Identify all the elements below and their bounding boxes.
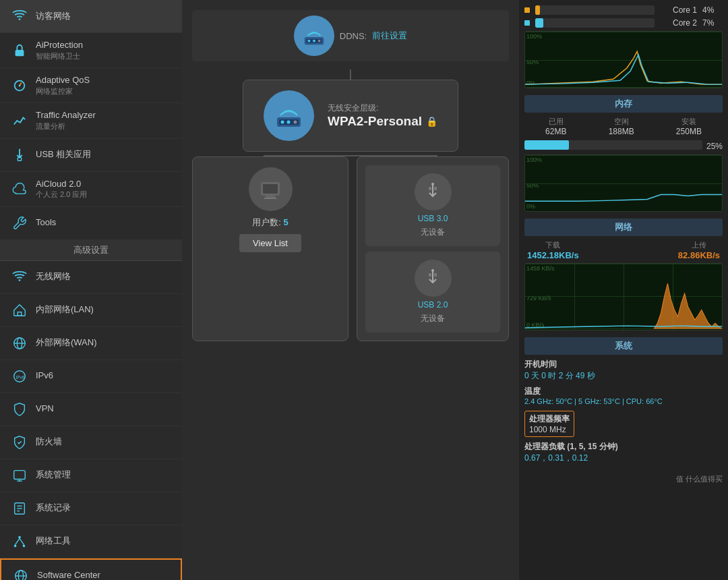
cpu-freq-label: 处理器频率 xyxy=(529,413,570,425)
sidebar-item-adaptive-qos[interactable]: Adaptive QoS 网络监控家 xyxy=(0,68,182,103)
uptime-value: 0 天 0 时 2 分 49 秒 xyxy=(524,370,723,382)
sidebar-label-ai-protection: AiProtection 智能网络卫士 xyxy=(36,40,83,61)
cpu-graph-svg xyxy=(525,32,722,88)
temp-value: 2.4 GHz: 50°C | 5 GHz: 53°C | CPU: 66°C xyxy=(524,397,723,405)
mem-bar-bg xyxy=(524,140,702,150)
core2-bar-fill xyxy=(535,18,543,28)
core1-row: Core 1 4% xyxy=(524,5,723,15)
core1-indicator xyxy=(524,7,530,13)
mem-bar-fill xyxy=(524,140,569,150)
svg-point-30 xyxy=(317,40,320,42)
watermark: 值 什么值得买 xyxy=(524,471,723,484)
sidebar-item-guest-network[interactable]: 访客网络 xyxy=(0,0,182,33)
ddns-link[interactable]: 前往设置 xyxy=(372,30,407,42)
svg-point-40 xyxy=(431,183,434,185)
shield-icon xyxy=(10,433,29,452)
mem-used-value: 62MB xyxy=(545,127,566,136)
svg-point-4 xyxy=(19,279,21,281)
sidebar-item-software-center[interactable]: Software Center xyxy=(0,558,182,580)
memory-section: 内存 已用 62MB 空闲 188MB 安装 250MB 25% 100% 5 xyxy=(524,95,723,212)
sidebar: 访客网络 AiProtection 智能网络卫士 Adaptive QoS 网络… xyxy=(0,0,182,580)
sidebar-item-usb-apps[interactable]: USB 相关应用 xyxy=(0,139,182,172)
core2-bar-bg xyxy=(535,18,655,28)
network-section-header: 网络 xyxy=(524,219,723,236)
cpu-freq-value: 1000 MHz xyxy=(529,425,570,434)
cpu-section: Core 1 4% Core 2 7% 100% 50% 0% xyxy=(524,5,723,88)
sidebar-item-aicloud[interactable]: AiCloud 2.0 个人云 2.0 应用 xyxy=(0,172,182,207)
sidebar-item-sysadmin[interactable]: 系统管理 xyxy=(0,459,182,492)
sidebar-label-vpn: VPN xyxy=(36,403,54,415)
sidebar-item-firewall[interactable]: 防火墙 xyxy=(0,426,182,459)
mem-installed-value: 250MB xyxy=(676,127,702,136)
usb20-status: 无设备 xyxy=(421,313,445,324)
cloud-icon xyxy=(10,179,29,198)
sidebar-item-vpn[interactable]: VPN xyxy=(0,393,182,426)
sidebar-item-wan[interactable]: 外部网络(WAN) xyxy=(0,327,182,360)
svg-point-23 xyxy=(16,571,27,581)
sidebar-item-wireless[interactable]: 无线网络 xyxy=(0,261,182,294)
sidebar-label-traffic-analyzer: Traffic Analyzer 流量分析 xyxy=(36,110,96,131)
uptime-label: 开机时间 xyxy=(524,359,723,370)
home-icon xyxy=(10,301,29,320)
core1-bar-bg xyxy=(535,5,655,15)
mem-installed-label: 安装 xyxy=(676,117,702,127)
wifi-icon xyxy=(10,7,29,26)
sidebar-item-nettools[interactable]: 网络工具 xyxy=(0,525,182,558)
network-section: 网络 下载 1452.18KB/s 上传 82.86KB/s 1458 KB/s… xyxy=(524,219,723,330)
svg-rect-1 xyxy=(16,50,24,56)
mem-used: 已用 62MB xyxy=(545,117,566,136)
cpu-load-row: 处理器负载 (1, 5, 15 分钟) 0.67，0.31，0.12 xyxy=(524,441,723,464)
admin-icon xyxy=(10,466,29,485)
cpu-freq-row: 处理器频率 1000 MHz xyxy=(524,409,723,437)
mem-pct: 25% xyxy=(706,142,723,151)
cpu-graph: 100% 50% 0% xyxy=(524,31,723,88)
sidebar-item-syslog[interactable]: 系统记录 xyxy=(0,492,182,525)
core1-label: Core 1 xyxy=(660,5,697,15)
vpn-icon xyxy=(10,400,29,419)
core2-indicator xyxy=(524,20,530,26)
svg-point-24 xyxy=(18,571,23,581)
sidebar-item-tools[interactable]: Tools xyxy=(0,207,182,240)
net-dl-value: 1452.18KB/s xyxy=(527,250,579,260)
svg-text:IPv6: IPv6 xyxy=(16,374,25,379)
mem-free-label: 空闲 xyxy=(609,117,634,127)
svg-point-20 xyxy=(23,544,26,547)
router-top-icon xyxy=(294,16,334,56)
sidebar-item-ipv6[interactable]: IPv6 IPv6 xyxy=(0,360,182,393)
sidebar-item-traffic-analyzer[interactable]: Traffic Analyzer 流量分析 xyxy=(0,103,182,138)
mem-installed: 安装 250MB xyxy=(676,117,702,136)
nettools-icon xyxy=(10,532,29,551)
svg-point-34 xyxy=(286,121,290,124)
usb30-status: 无设备 xyxy=(421,227,445,238)
sidebar-item-lan[interactable]: 内部网络(LAN) xyxy=(0,294,182,327)
net-graph: 1458 KB/s 729 KB/s 0 KB/s xyxy=(524,263,723,330)
cpu-load-label: 处理器负载 (1, 5, 15 分钟) xyxy=(524,441,723,453)
sidebar-label-ipv6: IPv6 xyxy=(36,370,53,382)
svg-point-19 xyxy=(14,544,17,547)
usb20-device: USB 2.0 无设备 xyxy=(365,252,500,332)
system-section: 系统 开机时间 0 天 0 时 2 分 49 秒 温度 2.4 GHz: 50°… xyxy=(524,337,723,464)
svg-rect-37 xyxy=(263,184,278,194)
sidebar-label-tools: Tools xyxy=(36,217,56,229)
speed-icon xyxy=(10,76,29,95)
cpu-freq-box: 处理器频率 1000 MHz xyxy=(524,411,574,437)
advanced-section-title: 高级设置 xyxy=(0,240,182,261)
wireless-icon xyxy=(10,268,29,287)
globe-icon xyxy=(10,334,29,353)
svg-point-2 xyxy=(19,84,21,86)
core1-bar-fill xyxy=(535,5,540,15)
core2-row: Core 2 7% xyxy=(524,18,723,28)
mem-used-label: 已用 xyxy=(545,117,566,127)
core2-label: Core 2 xyxy=(660,18,697,28)
core1-pct: 4% xyxy=(702,5,723,15)
svg-line-21 xyxy=(16,538,20,544)
ipv6-icon: IPv6 xyxy=(10,367,29,386)
sidebar-label-usb-apps: USB 相关应用 xyxy=(36,149,91,161)
log-icon xyxy=(10,499,29,518)
usb30-device: USB 3.0 无设备 xyxy=(365,165,500,246)
sidebar-label-wireless: 无线网络 xyxy=(36,271,71,283)
view-list-button[interactable]: View List xyxy=(239,234,301,252)
ddns-label: DDNS: xyxy=(340,31,367,41)
sidebar-item-ai-protection[interactable]: AiProtection 智能网络卫士 xyxy=(0,33,182,68)
sidebar-label-software-center: Software Center xyxy=(37,570,100,580)
